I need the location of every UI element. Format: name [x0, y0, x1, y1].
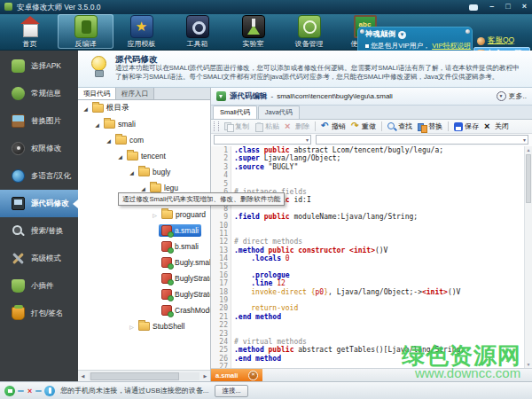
- expand-arrow-icon[interactable]: ◢: [139, 185, 147, 192]
- close-button[interactable]: 关闭: [481, 121, 512, 131]
- undo-button[interactable]: 撤销: [318, 121, 348, 131]
- app-icon: [4, 3, 12, 11]
- expand-arrow-icon[interactable]: ◢: [128, 169, 136, 176]
- expand-arrow-icon[interactable]: ◢: [82, 106, 90, 112]
- method-dropdown[interactable]: [316, 135, 528, 145]
- sidebar-item-package-sign[interactable]: 打包/签名: [0, 300, 78, 327]
- sidebar-item-label: 替换图片: [31, 116, 61, 127]
- class-dropdown[interactable]: [214, 135, 311, 145]
- expand-arrow-icon[interactable]: ▷: [151, 212, 159, 218]
- sidebar-item-source-code[interactable]: 源代码修改: [0, 190, 78, 217]
- close-button[interactable]: ×: [522, 2, 527, 12]
- sidebar-item-permission[interactable]: 权限修改: [0, 135, 78, 162]
- tree-tab-bar: 项目代码程序入口: [78, 88, 210, 100]
- tree-horizontal-scrollbar[interactable]: ◀ ▶: [78, 370, 210, 381]
- scroll-thumb[interactable]: [526, 154, 531, 203]
- code-token: [234, 254, 251, 262]
- tree-node-b.smali[interactable]: b.smali: [78, 239, 210, 254]
- scroll-up-icon[interactable]: ▲: [525, 147, 532, 153]
- scroll-track[interactable]: [89, 372, 200, 380]
- tree-node-CrashModule.[interactable]: CrashModule.: [78, 302, 210, 318]
- save-button[interactable]: 保存: [451, 121, 481, 131]
- file-tree[interactable]: ◢根目录◢smali◢com◢tencent◢bugly◢legu▷progua…: [78, 100, 210, 370]
- feedback-icon[interactable]: [469, 4, 478, 11]
- code-line: 17 .line 12: [211, 279, 524, 287]
- code-token: public: [269, 346, 294, 354]
- copy-button: 复制: [222, 121, 252, 131]
- tree-node-proguard[interactable]: ▷proguard: [78, 207, 210, 223]
- code-token: .method: [234, 346, 264, 354]
- tree-node-smali[interactable]: ◢smali: [78, 116, 210, 132]
- line-number: 12: [211, 238, 231, 246]
- title-bar: 安卓修改大师 Ver 3.5.0.0 – □ ×: [0, 0, 532, 14]
- vip-info-link[interactable]: VIP特权说明: [432, 41, 471, 51]
- expand-arrow-icon[interactable]: ◢: [116, 153, 124, 160]
- sidebar-item-search-replace[interactable]: 搜索/替换: [0, 217, 78, 245]
- tree-node-com[interactable]: ◢com: [78, 132, 210, 148]
- toolbar-item-home[interactable]: 首页: [2, 14, 58, 49]
- tree-node-tencent[interactable]: ◢tencent: [78, 148, 210, 164]
- lab-icon: [242, 15, 265, 38]
- tree-node-BuglyStrategy[interactable]: BuglyStrategy: [78, 270, 210, 286]
- redo-button[interactable]: 重做: [348, 121, 379, 131]
- editor-tab[interactable]: Java代码: [258, 106, 300, 119]
- sidebar-item-select-apk[interactable]: 选择APK: [0, 52, 78, 80]
- scroll-right-icon[interactable]: ▶: [200, 373, 210, 379]
- code-token: return-void: [251, 304, 298, 312]
- folder-icon: [138, 322, 150, 331]
- expand-arrow-icon[interactable]: ▷: [128, 324, 136, 330]
- replace-button[interactable]: 替换: [415, 121, 445, 131]
- expand-arrow-icon[interactable]: ◢: [93, 121, 101, 128]
- maximize-button[interactable]: □: [505, 2, 510, 12]
- sidebar-item-advanced[interactable]: 高级模式: [0, 245, 78, 272]
- tree-node-a.smali[interactable]: a.smali: [78, 223, 210, 239]
- tree-node-Bugly.smali[interactable]: Bugly.smali: [78, 254, 210, 270]
- status-message: 您的手机尚未连接，请通过USB连接您的设备...: [60, 386, 208, 395]
- tooltip: 通过修改Smali代码来实现增加、修改、删除软件功能: [118, 192, 285, 206]
- toolbar-item-toolbox[interactable]: 工具箱: [169, 14, 225, 49]
- editor-tab[interactable]: Smali代码: [213, 106, 257, 119]
- expand-arrow-icon[interactable]: ◢: [105, 137, 113, 144]
- more-button[interactable]: ▼ 更多..: [497, 91, 527, 101]
- line-content: .method public abstract getTables()[Ljav…: [231, 346, 465, 354]
- toolbar-item-decompile[interactable]: 反编译: [58, 14, 113, 49]
- connect-button[interactable]: 连接...: [215, 385, 247, 397]
- template-icon: [130, 15, 153, 38]
- page-header: 源代码修改 通过本功能可以在SMALI源代码层面进行修改，您可以添加或者修改任何…: [78, 51, 532, 88]
- editor-tab-bar: Smali代码Java代码: [211, 106, 532, 120]
- chevron-down-icon[interactable]: ▼: [398, 31, 406, 39]
- open-file-tab[interactable]: a.smali ×: [211, 369, 262, 381]
- minimize-button[interactable]: –: [489, 2, 494, 12]
- line-content: [231, 180, 234, 188]
- tree-tab[interactable]: 项目代码: [78, 88, 116, 99]
- toolbar-item-lab[interactable]: 实验室: [225, 14, 281, 49]
- code-editor[interactable]: 1.class public abstract Lcom/tencent/bug…: [211, 146, 524, 368]
- tree-node-BuglyStrategy[interactable]: BuglyStrategy: [78, 286, 210, 302]
- package-sign-icon: [12, 307, 25, 320]
- close-tab-icon[interactable]: ×: [248, 371, 258, 380]
- line-content: .field public moduleName:Ljava/lang/Stri…: [231, 213, 418, 221]
- tree-tab[interactable]: 程序入口: [116, 88, 154, 99]
- scroll-left-icon[interactable]: ◀: [78, 373, 88, 379]
- scroll-thumb[interactable]: [90, 372, 179, 380]
- phone-icon: [44, 386, 55, 396]
- line-number: 24: [211, 338, 231, 346]
- tree-node-bugly[interactable]: ◢bugly: [78, 164, 210, 180]
- find-button[interactable]: 查找: [385, 121, 415, 131]
- toolbar-item-template[interactable]: 应用模板: [113, 14, 169, 49]
- sidebar-item-general-info[interactable]: 常规信息: [0, 80, 78, 107]
- line-number: 14: [211, 254, 231, 262]
- button-label: 保存: [465, 121, 479, 131]
- service-qq-link[interactable]: 客服QQ: [477, 35, 514, 46]
- sidebar-item-replace-image[interactable]: 替换图片: [0, 107, 78, 135]
- tree-node-StubShell[interactable]: ▷StubShell: [78, 318, 210, 334]
- toolbar-item-device[interactable]: 设备管理: [281, 14, 337, 49]
- sidebar-item-plugin[interactable]: 小插件: [0, 272, 78, 300]
- toolbar-item-label: 实验室: [243, 39, 264, 49]
- button-label: 粘贴: [265, 121, 279, 131]
- editor-vertical-scrollbar[interactable]: ▲ ▼: [524, 146, 532, 368]
- sidebar-item-language[interactable]: 多语言/汉化: [0, 162, 78, 190]
- scroll-down-icon[interactable]: ▼: [525, 362, 532, 367]
- code-token: ()V: [448, 288, 460, 296]
- tree-node-根目录[interactable]: ◢根目录: [78, 100, 210, 116]
